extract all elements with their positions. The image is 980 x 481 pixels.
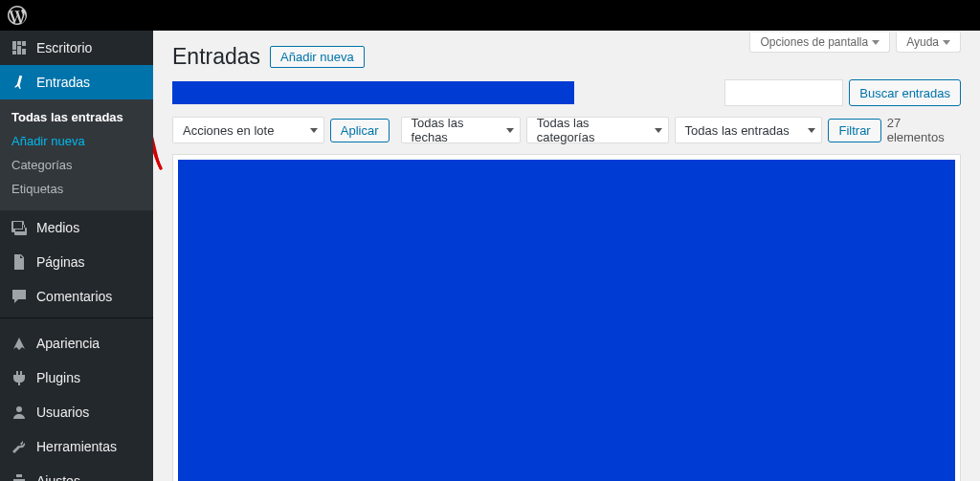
media-icon [10,218,29,237]
chevron-down-icon [310,128,318,133]
comment-icon [10,287,29,306]
notice-row: Buscar entradas [172,79,961,106]
screen-options-button[interactable]: Opciones de pantalla [749,33,890,53]
chevron-down-icon [943,40,950,45]
sidebar-item-label: Comentarios [36,289,112,304]
users-icon [10,403,29,422]
chevron-down-icon [506,128,514,133]
page-title: Entradas [172,44,260,70]
all-entries-select[interactable]: Todas las entradas [675,117,823,143]
items-count: 27 elementos [887,116,961,144]
add-new-button[interactable]: Añadir nueva [270,46,365,68]
pin-icon [10,73,29,92]
main-content: Opciones de pantalla Ayuda Entradas Añad… [153,31,980,481]
chevron-down-icon [808,128,815,133]
sidebar-item-users[interactable]: Usuarios [0,395,153,429]
screen-meta-links: Opciones de pantalla Ayuda [749,33,961,53]
settings-icon [10,471,29,481]
filter-bar: Acciones en lote Aplicar Todas las fecha… [172,116,961,144]
plugin-icon [10,368,29,387]
all-entries-value: Todas las entradas [685,123,790,138]
sidebar-item-label: Usuarios [36,404,89,420]
sidebar-item-label: Ajustes [36,473,80,481]
admin-toolbar [0,0,980,31]
categories-value: Todas las categorías [537,116,645,144]
submenu-item-tags[interactable]: Etiquetas [0,177,153,201]
sidebar-item-label: Páginas [36,254,85,270]
chevron-down-icon [655,128,662,133]
chevron-down-icon [872,40,880,45]
sidebar-item-posts[interactable]: Entradas [0,65,153,99]
sidebar-item-label: Plugins [36,370,80,385]
filter-button[interactable]: Filtrar [828,119,880,142]
posts-table [172,154,961,481]
sidebar-item-dashboard[interactable]: Escritorio [0,31,153,65]
categories-select[interactable]: Todas las categorías [526,117,669,143]
tools-icon [10,437,29,456]
submenu-item-add-new[interactable]: Añadir nueva [0,129,153,153]
page-icon [10,252,29,272]
sidebar-item-label: Escritorio [36,40,92,55]
sidebar-item-media[interactable]: Medios [0,210,153,245]
search-button[interactable]: Buscar entradas [849,79,961,106]
sidebar-submenu-posts: Todas las entradas Añadir nueva Categorí… [0,99,153,210]
apply-button[interactable]: Aplicar [330,119,390,142]
sidebar-item-comments[interactable]: Comentarios [0,279,153,314]
screen-options-label: Opciones de pantalla [760,35,868,49]
dates-select[interactable]: Todas las fechas [401,117,521,143]
bulk-actions-select[interactable]: Acciones en lote [172,117,324,143]
sidebar-item-label: Herramientas [36,439,117,454]
sidebar-item-label: Entradas [36,75,90,90]
redacted-notice [172,81,574,104]
dashboard-icon [10,38,29,57]
dates-value: Todas las fechas [412,116,497,144]
sidebar-item-settings[interactable]: Ajustes [0,464,153,481]
appearance-icon [10,334,29,353]
search-input[interactable] [724,79,843,106]
sidebar-item-tools[interactable]: Herramientas [0,429,153,464]
admin-sidebar: Escritorio Entradas Todas las entradas A… [0,31,153,481]
sidebar-item-label: Medios [36,220,79,235]
help-label: Ayuda [906,35,939,49]
bulk-actions-value: Acciones en lote [183,123,274,138]
sidebar-item-appearance[interactable]: Apariencia [0,326,153,361]
submenu-item-categories[interactable]: Categorías [0,153,153,177]
sidebar-separator [0,317,153,322]
annotation-arrow [153,67,168,175]
redacted-table-content [178,160,955,481]
submenu-item-all-posts[interactable]: Todas las entradas [0,105,153,129]
sidebar-item-label: Apariencia [36,336,100,351]
sidebar-item-plugins[interactable]: Plugins [0,361,153,395]
sidebar-item-pages[interactable]: Páginas [0,245,153,279]
search-box: Buscar entradas [724,79,961,106]
help-button[interactable]: Ayuda [896,33,961,53]
wordpress-logo-icon[interactable] [8,6,27,25]
